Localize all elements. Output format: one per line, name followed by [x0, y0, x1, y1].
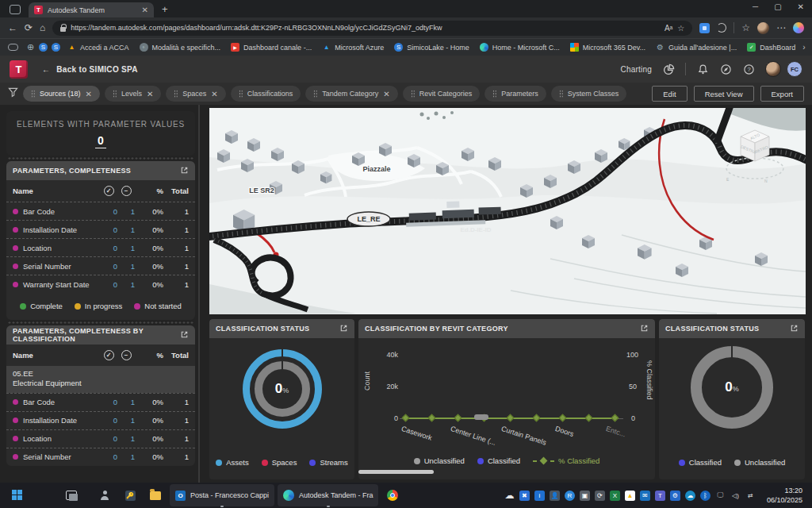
expand-panel-icon[interactable] — [790, 321, 799, 336]
bookmark-item[interactable]: ⚙ Guida all'adesione |... — [653, 43, 740, 52]
favorite-star-icon[interactable]: ☆ — [677, 24, 684, 33]
bookmarks-overflow-chevron[interactable]: › — [802, 43, 805, 52]
restart-manager-icon[interactable]: R — [565, 491, 575, 501]
account-badge[interactable]: FC — [787, 61, 802, 77]
window-maximize-button[interactable]: ▢ — [774, 2, 781, 11]
classification-group-row[interactable]: 05.EE Electrical Equipment — [6, 366, 195, 393]
new-tab-button[interactable]: + — [162, 3, 168, 15]
bookmark-item[interactable]: Microsoft 365 Dev... — [567, 43, 649, 52]
settings-app-icon[interactable]: ⚙ — [670, 491, 680, 501]
browser-tab[interactable]: T Autodesk Tandem ✕ — [29, 2, 154, 17]
bookmark-item[interactable]: Home - Microsoft C... — [477, 43, 563, 52]
profile-alert-icon[interactable]: 👤 — [550, 491, 560, 501]
read-aloud-icon[interactable]: Aᵃ — [665, 24, 672, 33]
taskbar-app-edge-tandem[interactable]: Autodesk Tandem - Fra — [278, 484, 378, 506]
table-row[interactable]: Bar Code 0 1 0% 1 — [6, 202, 195, 220]
filter-chip-parameters[interactable]: Parameters — [485, 86, 546, 102]
start-button[interactable] — [8, 486, 27, 505]
filter-chip-revit-categories[interactable]: Revit Categories — [403, 86, 481, 102]
url-bar[interactable]: https://tandem.autodesk.com/pages/dashbo… — [52, 21, 692, 36]
info-agent-icon[interactable]: i — [534, 491, 545, 501]
excel-icon[interactable]: X — [610, 491, 620, 501]
help-icon[interactable]: ? — [742, 63, 755, 75]
security-app-icon[interactable]: 🔑 — [121, 486, 140, 505]
bookmark-item[interactable]: ▲ Accedi a ACCA — [64, 43, 132, 52]
more-menu-icon[interactable]: ⋯ — [776, 23, 786, 33]
tandem-logo[interactable]: T — [10, 60, 28, 79]
bluetooth-icon[interactable]: ᛒ — [700, 491, 710, 501]
chip-close-icon[interactable]: ✕ — [383, 90, 389, 98]
remote-app-icon[interactable] — [95, 486, 114, 505]
tab-hub-icon[interactable] — [8, 44, 18, 51]
task-view-button[interactable] — [62, 486, 81, 505]
table-row[interactable]: Location 0 1 0% 1 — [6, 238, 195, 256]
bookmark-item[interactable]: ▲ Microsoft Azure — [319, 43, 387, 52]
display-cast-icon[interactable]: 🖵 — [715, 491, 726, 501]
expand-panel-icon[interactable] — [180, 164, 189, 178]
window-close-button[interactable]: ✕ — [798, 2, 804, 11]
file-explorer-icon[interactable] — [146, 486, 165, 505]
expand-panel-icon[interactable] — [339, 321, 348, 336]
onedrive-icon[interactable]: ☁ — [504, 491, 515, 501]
snip-icon[interactable]: ▣ — [580, 491, 590, 501]
table-row[interactable]: Warranty Start Date 0 1 0% 1 — [6, 275, 195, 293]
meeting-camera-icon[interactable]: ✖ — [519, 491, 530, 501]
funnel-icon[interactable] — [8, 87, 18, 101]
table-row[interactable]: Serial Number 0 1 0% 1 — [6, 448, 195, 466]
chart-horizontal-scrollbar[interactable] — [358, 470, 434, 474]
status-donut-chart[interactable]: 0% — [243, 349, 322, 429]
elements-card-value[interactable]: 0 — [95, 134, 106, 148]
collections-icon[interactable] — [717, 23, 726, 33]
pie-chart-icon[interactable] — [662, 63, 675, 75]
table-row[interactable]: Location 0 1 0% 1 — [6, 429, 195, 448]
chip-close-icon[interactable]: ✕ — [147, 90, 153, 98]
chip-close-icon[interactable]: ✕ — [211, 90, 217, 98]
teams-icon[interactable]: T — [655, 491, 665, 501]
network-icon[interactable]: ⇄ — [745, 491, 756, 501]
refresh-icon[interactable]: ⟳ — [25, 23, 33, 33]
axis-scroll-thumb[interactable] — [474, 414, 488, 420]
edit-button[interactable]: Edit — [652, 86, 687, 102]
copilot-icon[interactable] — [793, 22, 804, 33]
google-drive-icon[interactable]: ▲ — [625, 491, 635, 501]
user-avatar[interactable] — [765, 61, 781, 77]
outlook-tray-icon[interactable]: ✉ — [640, 491, 650, 501]
bookmark-item[interactable]: S SimicoLake - Home — [391, 43, 473, 52]
volume-icon[interactable]: ◁) — [730, 491, 741, 501]
sharepoint-bookmark-icon[interactable]: S — [39, 43, 48, 52]
taskbar-clock[interactable]: 13:20 06/10/2025 — [767, 486, 802, 505]
globe-bookmark-icon[interactable]: ⊕ — [26, 43, 35, 52]
filter-chip-tandem-category[interactable]: Tandem Category✕ — [305, 86, 397, 102]
bookmark-item[interactable]: ✓ DashBoard — [744, 43, 799, 52]
filter-chip-classifications[interactable]: Classifications — [231, 86, 301, 102]
table-row[interactable]: Installation Date 0 1 0% 1 — [6, 220, 195, 238]
cloud-backup-icon[interactable]: ☁ — [685, 491, 695, 501]
table-row[interactable]: Installation Date 0 1 0% 1 — [6, 411, 195, 429]
chrome-icon[interactable] — [383, 486, 402, 505]
status-donut-chart[interactable]: 0% — [691, 346, 773, 429]
charting-label[interactable]: Charting — [621, 65, 652, 74]
3d-model-viewport[interactable]: Piazzale LE SR2 LE_RE Ed.D-IE-ID ALTO DE… — [209, 108, 806, 314]
table-row[interactable]: Serial Number 0 1 0% 1 — [6, 256, 195, 275]
taskbar-app-outlook[interactable]: O Posta - Francesco Cappi — [170, 484, 274, 506]
browser-profile-avatar[interactable] — [757, 22, 769, 34]
chip-close-icon[interactable]: ✕ — [86, 90, 92, 98]
filter-chip-sources[interactable]: Sources (18)✕ — [23, 86, 100, 102]
sharepoint-bookmark-icon-2[interactable]: S — [52, 43, 60, 52]
feedback-compass-icon[interactable] — [719, 63, 732, 75]
notifications-bell-icon[interactable] — [696, 63, 709, 75]
workspaces-icon[interactable] — [10, 5, 21, 14]
bookmark-item[interactable]: ◦ Modalità e specifich... — [136, 43, 224, 52]
tab-close-icon[interactable]: ✕ — [142, 6, 148, 14]
back-icon[interactable]: ← — [8, 23, 17, 33]
window-minimize-button[interactable]: ─ — [753, 2, 758, 11]
revit-category-chart[interactable]: Count 40k 20k 0 100 50 0 % Classified — [358, 338, 655, 479]
filter-chip-levels[interactable]: Levels✕ — [105, 86, 161, 102]
sync-icon[interactable]: ⟳ — [595, 491, 605, 501]
filter-chip-system-classes[interactable]: System Classes — [551, 86, 627, 102]
back-to-facility-link[interactable]: ← Back to SIMICO SPA — [42, 65, 138, 74]
extension-icon[interactable] — [699, 23, 710, 33]
reset-view-button[interactable]: Reset View — [694, 86, 754, 102]
export-button[interactable]: Export — [760, 86, 804, 102]
expand-panel-icon[interactable] — [640, 321, 649, 336]
